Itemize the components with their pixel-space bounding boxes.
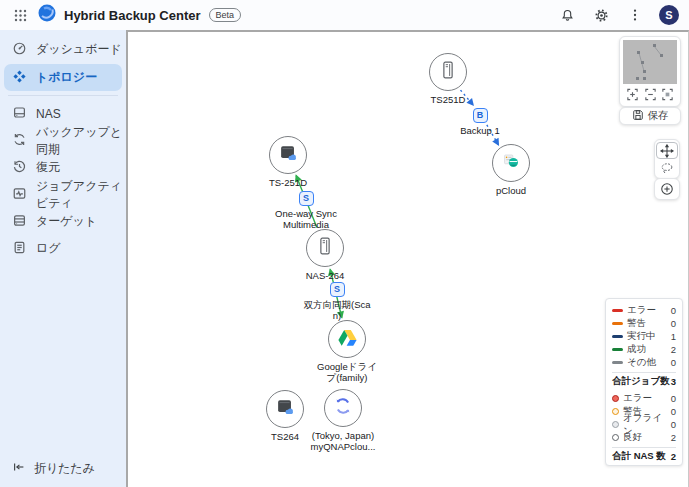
sidebar-item-label: NAS <box>36 107 61 121</box>
topology-node-nas264[interactable] <box>306 229 344 267</box>
edge-badge-s[interactable]: S <box>299 191 314 206</box>
legend-row: 実行中1 <box>612 330 676 343</box>
target-icon <box>12 213 27 231</box>
legend-row: 警告0 <box>612 317 676 330</box>
sidebar-divider <box>8 95 118 96</box>
legend-count: 1 <box>671 331 676 342</box>
collapse-label: 折りたたみ <box>34 460 95 477</box>
lasso-select-tool-button[interactable] <box>656 159 678 176</box>
zoom-in-button[interactable] <box>624 87 641 102</box>
job-status-marker <box>612 361 623 364</box>
legend-count: 0 <box>671 406 676 417</box>
node-label: (Tokyo, Japan) myQNAPclou... <box>295 430 391 453</box>
topology-node-ts264[interactable] <box>266 390 304 428</box>
job-status-marker <box>612 309 623 312</box>
myqnapcloud-icon <box>332 395 354 421</box>
restore-icon <box>12 159 27 177</box>
topology-node-gdrive[interactable] <box>328 320 366 358</box>
total-nas-label: 合計 NAS 数 <box>612 450 666 463</box>
sidebar-item-sync[interactable]: バックアップと同期 <box>0 127 126 154</box>
sidebar-item-label: トポロジー <box>36 69 97 86</box>
legend-label: 警告 <box>627 317 671 330</box>
minimap-panel <box>619 36 681 107</box>
activity-icon <box>12 186 27 204</box>
legend-label: エラー <box>623 392 671 405</box>
topology-node-ts251d[interactable] <box>429 53 467 91</box>
nas-status-marker <box>612 395 619 402</box>
sidebar-item-topology[interactable]: トポロジー <box>4 64 122 91</box>
job-status-marker <box>612 335 623 338</box>
nas-status-marker <box>612 408 619 415</box>
edge-badge-s[interactable]: S <box>330 282 345 297</box>
edge-badge-b[interactable]: B <box>473 108 488 123</box>
nas-status-marker <box>612 421 619 428</box>
more-options-kebab-icon[interactable] <box>625 5 645 25</box>
zoom-out-button[interactable] <box>642 87 659 102</box>
legend-label: 実行中 <box>627 330 671 343</box>
legend-count: 0 <box>671 357 676 368</box>
legend-count: 0 <box>671 305 676 316</box>
legend-count: 0 <box>671 393 676 404</box>
topology-icon <box>12 69 27 87</box>
node-label: NAS-264 <box>277 270 373 281</box>
total-jobs-label: 合計ジョブ数 <box>612 375 670 388</box>
total-jobs-count: 3 <box>671 376 676 387</box>
user-avatar[interactable]: S <box>659 5 679 25</box>
total-jobs-row: 合計ジョブ数 3 <box>612 372 676 386</box>
sidebar-item-target[interactable]: ターゲット <box>0 208 126 235</box>
add-node-button[interactable] <box>654 178 680 200</box>
pan-tool-button[interactable] <box>656 142 678 159</box>
nas-cloud-icon <box>277 142 299 168</box>
legend-row: エラー0 <box>612 304 676 317</box>
topology-node-pcloud[interactable] <box>492 144 530 182</box>
sidebar-item-dashboard[interactable]: ダッシュボード <box>0 36 126 63</box>
collapse-icon <box>12 460 26 477</box>
save-label: 保存 <box>648 109 669 123</box>
sync-icon <box>12 132 27 150</box>
collapse-sidebar-button[interactable]: 折りたたみ <box>0 460 95 477</box>
legend-count: 0 <box>671 419 676 430</box>
legend-count: 0 <box>671 318 676 329</box>
dashboard-icon <box>12 41 27 59</box>
minimap[interactable] <box>623 40 677 84</box>
total-nas-count: 2 <box>671 451 676 462</box>
legend-row: オフライン0 <box>612 418 676 431</box>
nas-status-marker <box>612 434 619 441</box>
notifications-bell-icon[interactable] <box>557 5 577 25</box>
sidebar-item-log[interactable]: ログ <box>0 235 126 262</box>
job-status-marker <box>612 348 623 351</box>
total-nas-row: 合計 NAS 数 2 <box>612 447 676 461</box>
canvas-tools-panel <box>654 139 680 179</box>
sidebar-item-activity[interactable]: ジョブアクティビティ <box>0 181 126 208</box>
nas-cloud-icon <box>274 396 296 422</box>
node-label: TS-251D <box>240 177 336 188</box>
legend-row: エラー0 <box>612 392 676 405</box>
app-launcher-icon[interactable] <box>10 5 30 25</box>
legend-count: 2 <box>671 344 676 355</box>
topology-node-ts-251d[interactable] <box>269 136 307 174</box>
sidebar-item-label: ジョブアクティビティ <box>36 178 126 212</box>
node-label: pCloud <box>463 185 559 196</box>
sidebar-item-label: バックアップと同期 <box>36 124 126 158</box>
topology-canvas[interactable]: TS251DpCloudTS-251DNAS-264Googleドライ プ(fa… <box>126 30 689 487</box>
status-legend: エラー0警告0実行中1成功2その他0 合計ジョブ数 3 エラー0警告0オフライン… <box>605 298 683 466</box>
edge-label: One-way Sync Multimedia <box>260 208 352 231</box>
nas-tower-icon <box>437 59 459 85</box>
fit-screen-button[interactable] <box>659 87 676 102</box>
legend-row: 良好2 <box>612 431 676 444</box>
pcloud-icon <box>500 150 522 176</box>
sidebar-item-label: 復元 <box>36 159 60 176</box>
save-button[interactable]: 保存 <box>619 107 681 125</box>
app-header: Hybrid Backup Center Beta <box>0 0 689 30</box>
nas-icon <box>12 105 27 123</box>
legend-label: エラー <box>627 304 671 317</box>
sidebar-item-label: ログ <box>36 240 61 257</box>
legend-row: 成功2 <box>612 343 676 356</box>
edge-label: Backup 1 <box>434 125 526 136</box>
settings-gear-icon[interactable] <box>591 5 611 25</box>
topology-node-myqnap[interactable] <box>324 389 362 427</box>
beta-badge: Beta <box>209 8 242 23</box>
sidebar-item-label: ターゲット <box>36 213 97 230</box>
gdrive-icon <box>337 327 358 352</box>
page-title: Hybrid Backup Center <box>64 8 201 23</box>
